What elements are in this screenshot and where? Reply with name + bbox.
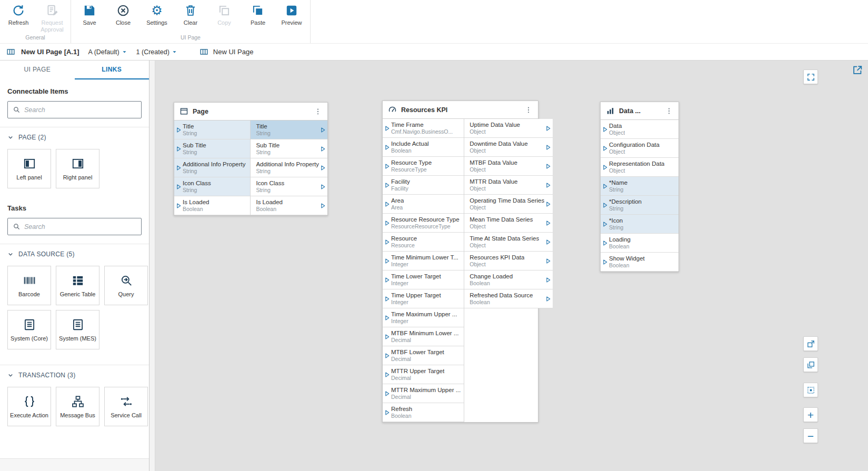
node-row-description[interactable]: *DescriptionString — [601, 196, 679, 215]
port-icon[interactable] — [546, 239, 551, 245]
port-icon[interactable] — [321, 146, 325, 152]
port-icon[interactable] — [385, 220, 390, 226]
node-row-uptime-data-value[interactable]: Uptime Data ValueObject — [464, 119, 553, 138]
item-execute-action[interactable]: Execute Action — [7, 387, 51, 426]
port-icon[interactable] — [546, 125, 551, 131]
port-icon[interactable] — [603, 259, 607, 265]
port-icon[interactable] — [546, 163, 551, 169]
item-query[interactable]: Query — [104, 266, 148, 305]
node-row-resource-resource-type[interactable]: Resource Resource TypeResourceResourceTy… — [383, 214, 464, 233]
node-row-mttr-upper-target[interactable]: MTTR Upper TargetDecimal — [383, 365, 464, 384]
port-icon[interactable] — [603, 145, 607, 151]
node-row-time-minimum-lower-t[interactable]: Time Minimum Lower T...Integer — [383, 252, 464, 270]
node-row-sub-title[interactable]: Sub TitleString — [174, 139, 250, 158]
port-icon[interactable] — [385, 409, 390, 415]
node-row-icon[interactable]: *IconString — [601, 215, 679, 234]
port-icon[interactable] — [385, 390, 390, 396]
item-right-panel[interactable]: Right panel — [56, 149, 99, 188]
port-icon[interactable] — [385, 182, 390, 188]
version-dropdown[interactable]: A (Default) — [88, 48, 127, 56]
node-row-icon-class[interactable]: Icon ClassString — [174, 177, 250, 196]
port-icon[interactable] — [385, 315, 390, 320]
node-row-time-maximum-upper[interactable]: Time Maximum Upper ...Integer — [383, 308, 464, 327]
zoom-in-button[interactable]: + — [803, 407, 818, 422]
node-row-resources-kpi-data[interactable]: Resources KPI DataObject — [464, 252, 553, 270]
port-icon[interactable] — [321, 203, 325, 208]
port-icon[interactable] — [385, 239, 390, 245]
tab-ui-page[interactable]: UI PAGE — [0, 61, 75, 79]
node-row-mtbf-data-value[interactable]: MTBF Data ValueObject — [464, 157, 553, 176]
node-resources-kpi[interactable]: Resources KPITime FrameCmf.Navigo.Busine… — [382, 101, 538, 423]
port-icon[interactable] — [321, 184, 325, 189]
node-row-name[interactable]: *NameString — [601, 177, 679, 196]
port-icon[interactable] — [385, 372, 390, 377]
item-service-call[interactable]: Service Call — [104, 387, 148, 426]
node-row-facility[interactable]: FacilityFacility — [383, 176, 464, 195]
port-icon[interactable] — [546, 144, 551, 150]
port-icon[interactable] — [321, 127, 325, 133]
clear-button[interactable]: Clear — [174, 4, 207, 33]
refresh-button[interactable]: Refresh — [2, 4, 35, 33]
node-row-mtbf-lower-target[interactable]: MTBF Lower TargetDecimal — [383, 346, 464, 365]
item-left-panel[interactable]: Left panel — [7, 149, 51, 188]
node-row-time-upper-target[interactable]: Time Upper TargetInteger — [383, 289, 464, 308]
node-row-representation-data[interactable]: Representation DataObject — [601, 158, 679, 177]
port-icon[interactable] — [176, 184, 181, 189]
port-icon[interactable] — [603, 240, 607, 246]
preview-button[interactable]: Preview — [275, 4, 308, 33]
port-icon[interactable] — [176, 165, 181, 171]
port-icon[interactable] — [603, 164, 607, 170]
item-barcode[interactable]: Barcode — [7, 266, 51, 305]
paste-button[interactable]: Paste — [241, 4, 275, 33]
node-row-data[interactable]: DataObject — [601, 120, 679, 139]
node-row-time-frame[interactable]: Time FrameCmf.Navigo.BusinessO... — [383, 119, 464, 138]
port-icon[interactable] — [546, 258, 551, 264]
node-row-resource-type[interactable]: Resource TypeResourceType — [383, 157, 464, 176]
node-row-operating-time-data-series[interactable]: Operating Time Data SeriesObject — [464, 195, 553, 214]
zoom-out-button[interactable]: − — [803, 428, 818, 443]
node-header[interactable]: Resources KPI — [383, 101, 538, 119]
port-icon[interactable] — [176, 127, 181, 133]
node-row-additional-info-property[interactable]: Additional Info PropertyString — [174, 158, 250, 177]
node-row-mttr-data-value[interactable]: MTTR Data ValueObject — [464, 176, 553, 195]
close-button[interactable]: Close — [106, 4, 140, 33]
port-icon[interactable] — [385, 163, 390, 169]
port-icon[interactable] — [385, 334, 390, 339]
open-panel-button[interactable] — [852, 64, 863, 76]
node-row-area[interactable]: AreaArea — [383, 195, 464, 214]
fit-selection-button[interactable] — [803, 357, 818, 372]
node-row-refresh[interactable]: RefreshBoolean — [383, 403, 464, 422]
node-header[interactable]: Page — [174, 103, 327, 121]
revision-dropdown[interactable]: 1 (Created) — [136, 48, 177, 56]
port-icon[interactable] — [385, 125, 390, 131]
port-icon[interactable] — [546, 277, 551, 283]
node-row-additional-info-property[interactable]: Additional Info PropertyString — [251, 158, 327, 177]
tasks-search-input[interactable] — [24, 223, 136, 231]
port-icon[interactable] — [546, 220, 551, 226]
node-row-resource[interactable]: ResourceResource — [383, 233, 464, 252]
node-row-title[interactable]: TitleString — [174, 121, 250, 139]
link-editor-canvas[interactable]: PageTitleStringSub TitleStringAdditional… — [149, 61, 868, 471]
port-icon[interactable] — [546, 296, 551, 302]
node-row-time-at-state-data-series[interactable]: Time At State Data SeriesObject — [464, 233, 553, 252]
node-data-widget[interactable]: Data ...DataObjectConfiguration DataObje… — [600, 102, 679, 272]
node-row-mean-time-data-series[interactable]: Mean Time Data SeriesObject — [464, 214, 553, 233]
item-system-core[interactable]: System (Core) — [7, 310, 51, 349]
panel-splitter[interactable] — [149, 61, 155, 471]
port-icon[interactable] — [603, 126, 607, 132]
port-icon[interactable] — [385, 353, 390, 358]
node-row-icon-class[interactable]: Icon ClassString — [251, 177, 327, 196]
port-icon[interactable] — [603, 202, 607, 208]
port-icon[interactable] — [385, 258, 390, 264]
zoom-to-fit-button[interactable] — [803, 336, 818, 351]
node-row-time-lower-target[interactable]: Time Lower TargetInteger — [383, 270, 464, 289]
node-row-title[interactable]: TitleString — [251, 121, 327, 139]
section-header-data-source-5[interactable]: DATA SOURCE (5) — [0, 244, 149, 264]
port-icon[interactable] — [176, 203, 181, 208]
save-button[interactable]: Save — [73, 4, 106, 33]
node-row-mtbf-minimum-lower[interactable]: MTBF Minimum Lower ...Decimal — [383, 327, 464, 346]
node-row-is-loaded[interactable]: Is LoadedBoolean — [251, 196, 327, 215]
tab-links[interactable]: LINKS — [75, 61, 149, 79]
node-page[interactable]: PageTitleStringSub TitleStringAdditional… — [174, 102, 328, 216]
section-header-transaction-3[interactable]: TRANSACTION (3) — [0, 365, 149, 385]
